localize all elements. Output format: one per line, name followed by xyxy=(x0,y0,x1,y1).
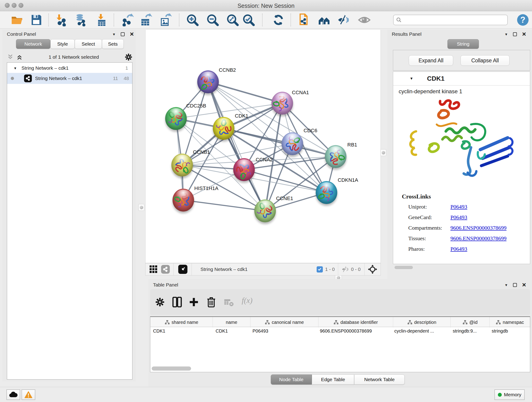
column-header-database-identifier[interactable]: database identifier xyxy=(318,317,393,327)
crosslink-value[interactable]: P06493 xyxy=(450,246,467,252)
tab-node-table[interactable]: Node Table xyxy=(271,375,312,385)
tab-select[interactable]: Select xyxy=(75,39,102,49)
table-cell[interactable]: cyclin-dependent ... xyxy=(394,328,434,334)
create-column-icon[interactable] xyxy=(189,297,199,307)
network-edge[interactable] xyxy=(208,82,265,211)
protein-name: CDK1 xyxy=(427,75,444,82)
export-network-button[interactable] xyxy=(121,13,134,26)
save-session-button[interactable] xyxy=(30,13,43,26)
hide-glass-eye-icon[interactable] xyxy=(337,13,350,26)
float-panel-icon[interactable] xyxy=(513,283,517,287)
node-CDC6[interactable] xyxy=(282,132,303,155)
tab-network[interactable]: Network xyxy=(16,39,51,49)
expand-all-icon[interactable] xyxy=(16,54,23,61)
node-CCNA2[interactable] xyxy=(233,158,255,181)
cloud-icon xyxy=(9,392,18,398)
memory-label: Memory xyxy=(504,392,521,397)
zoom-fit-content-button[interactable] xyxy=(226,13,239,26)
crosslink-value[interactable]: P06493 xyxy=(450,214,467,220)
grid-view-icon[interactable] xyxy=(149,265,158,274)
selected-checkbox-icon[interactable] xyxy=(317,266,323,273)
table-gear-icon[interactable] xyxy=(155,297,165,307)
share-file-button[interactable] xyxy=(298,13,310,26)
refresh-button[interactable] xyxy=(272,13,285,26)
table-toolbar: f(x) xyxy=(150,289,530,315)
collapse-panel-icon[interactable]: ▼ xyxy=(505,283,508,287)
crosslink-value[interactable]: 9606.ENSP00000378699 xyxy=(450,235,507,242)
crosslink-value[interactable]: 9606.ENSP00000378699 xyxy=(450,225,507,231)
table-cell[interactable]: CDK1 xyxy=(215,328,228,334)
protein-collapse-icon[interactable]: ▼ xyxy=(410,77,413,81)
table-cell[interactable]: CDK1 xyxy=(153,328,165,334)
network-edge[interactable] xyxy=(183,200,265,211)
network-edge[interactable] xyxy=(224,128,336,157)
node-HIST1H1A[interactable] xyxy=(172,189,194,211)
tab-network-table[interactable]: Network Table xyxy=(354,375,405,385)
show-glass-eye-icon[interactable] xyxy=(358,13,371,26)
collapse-all-button[interactable]: Collapse All xyxy=(461,55,510,66)
node-CDC25B[interactable] xyxy=(165,107,187,130)
float-panel-icon[interactable] xyxy=(513,32,517,36)
column-header-name[interactable]: name xyxy=(213,317,250,327)
close-panel-icon[interactable]: ✕ xyxy=(522,32,526,37)
table-cell[interactable]: stringdb xyxy=(492,328,508,334)
float-panel-icon[interactable] xyxy=(121,32,125,36)
export-table-button[interactable] xyxy=(139,13,152,26)
tab-sets[interactable]: Sets xyxy=(102,39,124,49)
cloud-button[interactable] xyxy=(6,389,20,400)
table-cell[interactable]: stringdb:9... xyxy=(453,328,477,334)
table-cell[interactable]: P06493 xyxy=(253,328,268,334)
results-hscrollbar[interactable] xyxy=(394,266,413,269)
memory-button[interactable]: Memory xyxy=(494,389,525,400)
network-canvas[interactable]: CCNB2CCNA1CDC25BCDK1CDC6RB1CCNB1CCNA2CDK… xyxy=(145,30,381,263)
tab-edge-table[interactable]: Edge Table xyxy=(312,375,354,385)
node-CDK1[interactable] xyxy=(213,117,234,140)
table-cell[interactable]: 9606.ENSP00000378699 xyxy=(320,328,372,334)
zoom-in-button[interactable] xyxy=(186,13,199,26)
node-RB1[interactable] xyxy=(325,145,346,168)
collapse-all-icon[interactable] xyxy=(7,54,14,61)
crosslink-value[interactable]: P06493 xyxy=(450,204,467,210)
toolbar-search-input[interactable] xyxy=(393,15,508,25)
open-session-button[interactable] xyxy=(11,13,23,26)
node-CDKN1A[interactable] xyxy=(316,181,337,204)
crosshair-icon[interactable] xyxy=(368,264,377,274)
table-hscrollbar[interactable] xyxy=(152,366,191,370)
tree-expand-icon[interactable]: ▼ xyxy=(13,66,17,70)
network-view-icon[interactable] xyxy=(161,265,170,274)
column-header-namespac[interactable]: namespac xyxy=(490,317,530,327)
tab-string[interactable]: String xyxy=(447,39,479,49)
network-row-selected[interactable]: String Network – cdk1 11 48 xyxy=(7,73,132,84)
left-splitter-handle[interactable] xyxy=(138,204,144,211)
gear-icon[interactable] xyxy=(125,53,133,61)
column-header-canonical-name[interactable]: canonical name xyxy=(250,317,318,327)
delete-column-icon[interactable] xyxy=(207,297,215,307)
node-CCNE1[interactable] xyxy=(254,199,276,222)
node-CCNA1[interactable] xyxy=(272,92,293,115)
show-columns-icon[interactable] xyxy=(172,297,182,307)
import-table-button[interactable] xyxy=(95,13,108,26)
protein-header-row[interactable]: ▼ CDK1 xyxy=(393,72,530,85)
export-image-button[interactable] xyxy=(159,13,172,26)
close-panel-icon[interactable]: ✕ xyxy=(522,282,526,288)
node-CCNB2[interactable] xyxy=(197,70,219,93)
birds-eye-view-icon[interactable] xyxy=(178,265,187,274)
collapse-panel-icon[interactable]: ▼ xyxy=(505,32,508,36)
expand-all-button[interactable]: Expand All xyxy=(409,55,453,66)
close-panel-icon[interactable]: ✕ xyxy=(130,32,134,37)
column-header-description[interactable]: description xyxy=(393,317,451,327)
tab-style[interactable]: Style xyxy=(51,39,75,49)
import-network-button[interactable] xyxy=(55,13,68,26)
zoom-out-button[interactable] xyxy=(206,13,219,26)
network-collection-row[interactable]: ▼ String Network – cdk1 1 xyxy=(7,63,132,73)
string-home-button[interactable] xyxy=(318,13,331,26)
right-splitter-handle[interactable] xyxy=(380,149,386,156)
column-header--id[interactable]: @id xyxy=(451,317,490,327)
node-CCNB1[interactable] xyxy=(171,153,193,177)
import-network-from-database-button[interactable] xyxy=(74,13,87,26)
help-button[interactable]: ? xyxy=(516,13,529,26)
zoom-selected-button[interactable] xyxy=(242,13,255,26)
warning-button[interactable] xyxy=(22,389,35,400)
column-header-shared-name[interactable]: shared name xyxy=(150,317,213,327)
collapse-panel-icon[interactable]: ▼ xyxy=(112,32,116,36)
